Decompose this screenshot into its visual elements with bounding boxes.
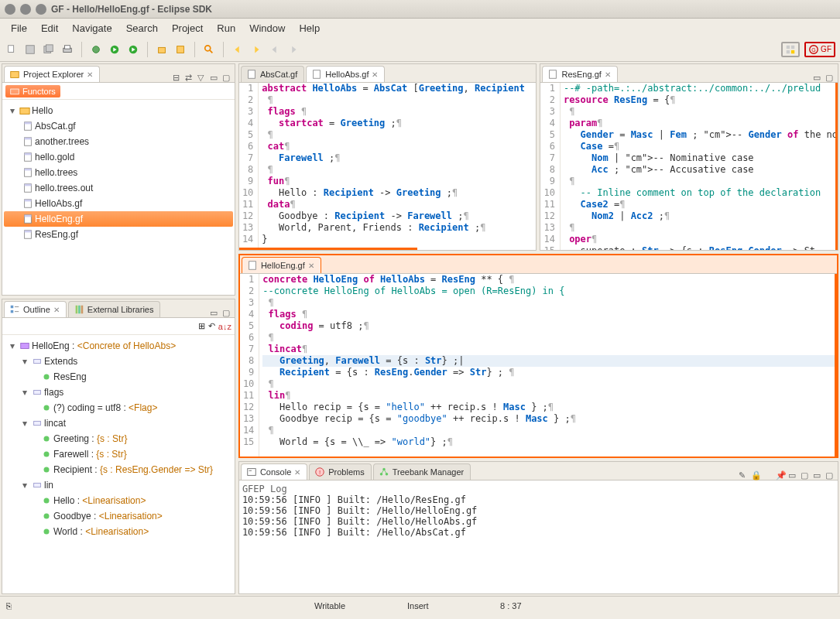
file-item[interactable]: another.trees: [4, 134, 233, 149]
maximize-icon[interactable]: [36, 4, 46, 15]
collapse-icon[interactable]: ↶: [208, 321, 215, 331]
nav-back-icon[interactable]: [231, 43, 245, 56]
console-tab[interactable]: Console ✕: [241, 463, 307, 480]
minimize-view-icon[interactable]: ▭: [210, 73, 219, 82]
outline-group[interactable]: ▾ flags: [4, 385, 233, 400]
open-task-icon[interactable]: [173, 43, 187, 56]
close-icon[interactable]: ✕: [372, 70, 378, 79]
editor-tab-helloabs[interactable]: HelloAbs.gf ✕: [306, 66, 385, 82]
menu-file[interactable]: File: [5, 21, 33, 36]
sort-icon[interactable]: a↓z: [218, 322, 231, 331]
gf-perspective-button[interactable]: G GF: [804, 42, 835, 57]
editor-tab-abscat[interactable]: AbsCat.gf: [241, 66, 304, 82]
outline-item[interactable]: Recipient : {s : ResEng.Gender => Str}: [4, 462, 233, 477]
close-icon[interactable]: ✕: [87, 70, 93, 79]
link-editor-icon[interactable]: ⇄: [185, 73, 194, 82]
open-perspective-button[interactable]: [781, 42, 800, 57]
project-explorer-tab[interactable]: Project Explorer ✕: [4, 66, 100, 82]
maximize-view-icon[interactable]: ▢: [825, 73, 835, 82]
maximize-view-icon[interactable]: ▢: [222, 73, 231, 82]
menu-project[interactable]: Project: [166, 21, 209, 36]
nav-prev-icon[interactable]: [268, 43, 282, 56]
open-type-icon[interactable]: [155, 43, 169, 56]
maximize-view-icon[interactable]: ▢: [825, 470, 835, 480]
file-item[interactable]: hello.trees.out: [4, 180, 233, 196]
problems-tab[interactable]: ! Problems: [309, 463, 371, 480]
outline-tree[interactable]: ▾ HelloEng : <Concrete of HelloAbs> ▾ Ex…: [2, 335, 235, 593]
item-icon: [41, 495, 52, 506]
gf-logo-icon: G: [808, 44, 819, 55]
clear-console-icon[interactable]: ✎: [739, 470, 748, 480]
svg-rect-20: [791, 45, 794, 48]
menu-window[interactable]: Window: [243, 21, 291, 36]
file-item[interactable]: AbsCat.gf: [4, 118, 233, 134]
editor-helloeng[interactable]: 123456789101112131415 concrete HelloEng …: [240, 274, 837, 457]
close-icon[interactable]: ✕: [605, 70, 611, 79]
save-all-icon[interactable]: [42, 43, 56, 56]
run-last-icon[interactable]: [126, 43, 140, 56]
minimize-icon[interactable]: [20, 4, 31, 15]
file-item[interactable]: HelloAbs.gf: [4, 196, 233, 211]
status-indicator-icon[interactable]: ⎘: [6, 601, 12, 610]
outline-item[interactable]: World : <Linearisation>: [4, 524, 233, 539]
menu-search[interactable]: Search: [120, 21, 164, 36]
file-item[interactable]: hello.trees: [4, 165, 233, 180]
menu-navigate[interactable]: Navigate: [66, 21, 118, 36]
outline-item[interactable]: Goodbye : <Linearisation>: [4, 508, 233, 524]
outline-item[interactable]: ResEng: [4, 369, 233, 385]
print-icon[interactable]: [60, 43, 74, 56]
outline-item[interactable]: (?) coding = utf8 : <Flag>: [4, 400, 233, 416]
file-item[interactable]: ResEng.gf: [4, 227, 233, 242]
outline-item[interactable]: Farewell : {s : Str}: [4, 446, 233, 462]
pin-console-icon[interactable]: 📌: [776, 470, 785, 480]
functors-folder[interactable]: Functors: [5, 85, 60, 97]
collapse-all-icon[interactable]: ⊟: [173, 73, 182, 82]
project-root[interactable]: ▾ Hello: [4, 103, 233, 118]
file-item[interactable]: HelloEng.gf: [4, 211, 233, 227]
editor-helloabs[interactable]: 1234567891011121314 abstract HelloAbs = …: [239, 83, 537, 250]
file-label: hello.trees: [35, 167, 77, 178]
debug-icon[interactable]: [89, 43, 103, 56]
minimize-view-icon[interactable]: ▭: [813, 73, 822, 82]
display-console-icon[interactable]: ▭: [788, 470, 797, 480]
minimize-view-icon[interactable]: ▭: [813, 470, 822, 480]
outline-item[interactable]: Greeting : {s : Str}: [4, 431, 233, 446]
file-icon: [22, 121, 33, 132]
item-label: Recipient : {s : ResEng.Gender => Str}: [53, 464, 213, 475]
menu-edit[interactable]: Edit: [35, 21, 64, 36]
outline-group[interactable]: ▾ lin: [4, 477, 233, 493]
search-icon[interactable]: [202, 43, 216, 56]
nav-fwd-icon[interactable]: [249, 43, 263, 56]
outline-item[interactable]: Hello : <Linearisation>: [4, 493, 233, 508]
focus-icon[interactable]: ⊞: [198, 321, 205, 331]
scroll-lock-icon[interactable]: 🔒: [751, 470, 760, 480]
outline-group[interactable]: ▾ lincat: [4, 416, 233, 431]
outline-header[interactable]: ▾ HelloEng : <Concrete of HelloAbs>: [4, 338, 233, 354]
editor-reseng[interactable]: 123456789101112131415 --# -path=.:../abs…: [540, 83, 838, 250]
view-menu-icon[interactable]: ▽: [197, 73, 207, 82]
menu-help[interactable]: Help: [293, 21, 326, 36]
close-icon[interactable]: ✕: [294, 468, 300, 477]
close-icon[interactable]: ✕: [53, 306, 60, 314]
menu-run[interactable]: Run: [211, 21, 242, 36]
maximize-view-icon[interactable]: ▢: [222, 308, 231, 317]
save-icon[interactable]: [23, 43, 37, 56]
close-icon[interactable]: [5, 4, 15, 15]
file-item[interactable]: hello.gold: [4, 149, 233, 165]
editor-tab-reseng[interactable]: ResEng.gf ✕: [542, 66, 617, 82]
open-console-icon[interactable]: ▢: [801, 470, 810, 480]
run-icon[interactable]: [108, 43, 122, 56]
minimize-view-icon[interactable]: ▭: [210, 308, 219, 317]
external-libs-tab[interactable]: External Libraries: [68, 301, 161, 317]
nav-next-icon[interactable]: [286, 43, 300, 56]
project-explorer-tree[interactable]: ▾ Hello AbsCat.gf another.trees hello.go…: [2, 100, 235, 295]
editor-tab-helloeng[interactable]: HelloEng.gf ✕: [242, 257, 321, 273]
console-body[interactable]: GFEP Log 10:59:56 [INFO ] Built: /Hello/…: [239, 480, 838, 593]
close-icon[interactable]: ✕: [308, 262, 314, 270]
outline-group[interactable]: ▾ Extends: [4, 354, 233, 369]
file-label: hello.trees.out: [35, 183, 93, 193]
outline-tab[interactable]: Outline ✕: [4, 301, 67, 317]
new-icon[interactable]: [5, 43, 19, 56]
treebank-tab[interactable]: Treebank Manager: [373, 463, 471, 480]
svg-rect-65: [314, 70, 321, 79]
